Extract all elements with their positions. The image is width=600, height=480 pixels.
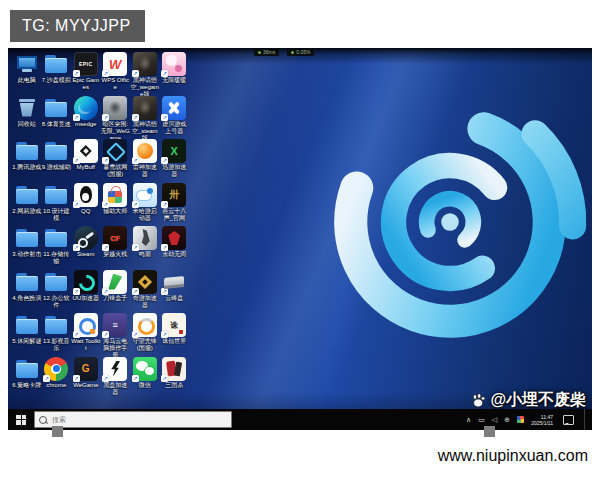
desktop-icon-mingchao[interactable]: ↗鸣潮: [130, 226, 160, 270]
notification-icon[interactable]: [563, 415, 574, 425]
overlay-chip: 0.05%: [287, 49, 314, 56]
desktop-icon-heihe[interactable]: ↗黑盒加速器: [101, 357, 131, 401]
nikki-icon: ↗: [162, 52, 186, 76]
desktop-icon-folder[interactable]: 4.角色扮演: [12, 270, 42, 314]
desktop-icon-pc[interactable]: 此电脑: [12, 52, 42, 96]
desktop-icon-naraka[interactable]: ↗永劫无间: [160, 226, 190, 270]
desktop-icon-folder[interactable]: 5.休闲解谜: [12, 313, 42, 357]
desktop-icon-wechat[interactable]: ↗微信: [130, 357, 160, 401]
desktop-icon-battlenet[interactable]: ↗暴雪战网(国服): [101, 139, 131, 183]
desktop-icon-haima[interactable]: ≡↗海马云电脑操作手册: [101, 313, 131, 357]
desktop-icon-qiyou[interactable]: ↗奇游加速器: [130, 270, 160, 314]
desktop-icon-label: Watt Toolkit: [71, 338, 101, 352]
desktop-icon-folder[interactable]: 2.网易游戏: [12, 183, 42, 227]
search-icon: [39, 416, 47, 424]
folder-icon: [44, 226, 68, 250]
desktop-icon-label: 3.动作射击: [12, 251, 42, 258]
desktop-icon-folder[interactable]: 3.动作射击: [12, 226, 42, 270]
desktop-icon-label: MyBuff: [71, 164, 101, 171]
mybuff-icon: ↗: [74, 139, 98, 163]
desktop-icon-folder[interactable]: 11.存储传输: [42, 226, 72, 270]
desktop-icon-ow[interactable]: ↗守望先锋(国服): [130, 313, 160, 357]
desktop-icon-wps[interactable]: W↗WPS Office: [101, 52, 131, 96]
taskbar-search[interactable]: [34, 411, 232, 428]
folder-icon: [15, 139, 39, 163]
desktop-icon-sanguosha[interactable]: ↗三国杀: [160, 357, 190, 401]
taskbar-clock[interactable]: 11:47 2025/1/11: [531, 414, 553, 426]
desktop-icon-hoyo[interactable]: ↗米哈游启动器: [130, 183, 160, 227]
desktop-icon-wukong[interactable]: ↗黑神话悟空_steam版: [130, 96, 160, 140]
qiyou-icon: ↗: [133, 270, 157, 294]
shortcut-arrow-icon: ↗: [73, 157, 80, 164]
desktop-icon-label: 11.存储传输: [42, 251, 72, 265]
folder-icon: [44, 96, 68, 120]
sanguosha-icon: ↗: [162, 357, 186, 381]
zhuxian-icon: 诛↗: [162, 313, 186, 337]
desktop-icon-fuzhu[interactable]: ↗辅助大师: [101, 183, 131, 227]
chevron-up-icon[interactable]: ∧: [466, 409, 471, 430]
wps-icon: W↗: [103, 52, 127, 76]
loss-dot: [291, 51, 294, 54]
desktop-icon-label: 黑盒加速器: [101, 382, 131, 396]
desktop-icon-wukong[interactable]: ↗黑神话悟空_wegame版: [130, 52, 160, 96]
desktop-icon-yanyun[interactable]: 卅↗燕云十八声_官网: [160, 183, 190, 227]
ime-icon[interactable]: [517, 416, 524, 423]
desktop-icon-daofeng[interactable]: ↗刀锋盒子: [101, 270, 131, 314]
desktop-icon-folder[interactable]: 1.腾讯游戏: [12, 139, 42, 183]
desktop-icon-label: 13.影视音乐: [42, 338, 72, 352]
desktop-icon-label: 10.设计建模: [42, 208, 72, 222]
desktop-icon-folder[interactable]: 13.影视音乐: [42, 313, 72, 357]
desktop-icon-label: QQ: [71, 208, 101, 215]
desktop-icon-folder[interactable]: 10.设计建模: [42, 183, 72, 227]
desktop-icon-steam[interactable]: ↗Steam: [71, 226, 101, 270]
desktop-icon-mybuff[interactable]: ↗MyBuff: [71, 139, 101, 183]
desktop-icon-label: UU加速器: [71, 295, 101, 302]
shortcut-arrow-icon: ↗: [73, 244, 80, 251]
desktop-icon-edge[interactable]: ↗msedge: [71, 96, 101, 140]
show-desktop-button[interactable]: [584, 409, 588, 430]
epic-icon: EPIC↗: [74, 52, 98, 76]
desktop-icon-nikki[interactable]: ↗无限暖暖: [160, 52, 190, 96]
naraka-icon: ↗: [162, 226, 186, 250]
artifact-square: [52, 426, 63, 437]
watt-icon: ↗: [74, 313, 98, 337]
desktop-icon-xubei[interactable]: ↗虚贝游戏上号器: [160, 96, 190, 140]
desktop-icon-folder[interactable]: 9.游戏辅助: [42, 139, 72, 183]
edge-icon: ↗: [74, 96, 98, 120]
mingchao-icon: ↗: [133, 226, 157, 250]
desktop-icon-label: 穿越火线: [101, 251, 131, 258]
desktop-icon-wegame[interactable]: G↗WeGame: [71, 357, 101, 401]
desktop-icon-folder[interactable]: 6.策略卡牌: [12, 357, 42, 401]
desktop-icon-xunyou[interactable]: X↗迅游加速器: [160, 139, 190, 183]
desktop-icon-folder[interactable]: 12.办公软件: [42, 270, 72, 314]
desktop-icon-folder[interactable]: 8.体育竞速: [42, 96, 72, 140]
desktop-icon-zhuxian[interactable]: 诛↗诛仙世界: [160, 313, 190, 357]
desktop-icon-label: msedge: [71, 121, 101, 128]
desktop-icon-watt[interactable]: ↗Watt Toolkit: [71, 313, 101, 357]
shortcut-arrow-icon: ↗: [161, 114, 168, 121]
desktop-icon-yunfeng[interactable]: ↗云峰盘: [160, 270, 190, 314]
desktop-icon-folder[interactable]: 7.沙盘模拟: [42, 52, 72, 96]
start-button[interactable]: [8, 409, 34, 430]
search-input[interactable]: [50, 415, 227, 424]
desktop-icon-label: 永劫无间: [160, 251, 190, 258]
network-icon[interactable]: ⊕: [504, 409, 510, 430]
desktop-icon-bin[interactable]: 回收站: [12, 96, 42, 140]
desktop-icon-leishen[interactable]: ↗雷神加速器: [130, 139, 160, 183]
desktop-icon-chrome[interactable]: ↗chrome: [42, 357, 72, 401]
watermark: @小埋不废柴: [470, 390, 586, 411]
desktop-icon-cf[interactable]: CF↗穿越火线: [101, 226, 131, 270]
desktop-icon-label: 虚贝游戏上号器: [160, 121, 190, 135]
desktop-icon-qq[interactable]: ↗QQ: [71, 183, 101, 227]
folder-icon: [44, 139, 68, 163]
shortcut-arrow-icon: ↗: [161, 70, 168, 77]
desktop-icon-epic[interactable]: EPIC↗Epic Games: [71, 52, 101, 96]
desktop-icon-uu[interactable]: ↗UU加速器: [71, 270, 101, 314]
yunfeng-icon: ↗: [162, 270, 186, 294]
paw-icon: [470, 392, 487, 409]
desktop-icon-label: chrome: [42, 382, 72, 389]
desktop-icon-darkzone[interactable]: ↗暗区突围: 无限_WeGame: [101, 96, 131, 140]
icon-grid: 此电脑7.沙盘模拟EPIC↗Epic GamesW↗WPS Office↗黑神话…: [12, 52, 189, 400]
folder-icon: [44, 52, 68, 76]
desktop-icon-label: 燕云十八声_官网: [160, 208, 190, 222]
